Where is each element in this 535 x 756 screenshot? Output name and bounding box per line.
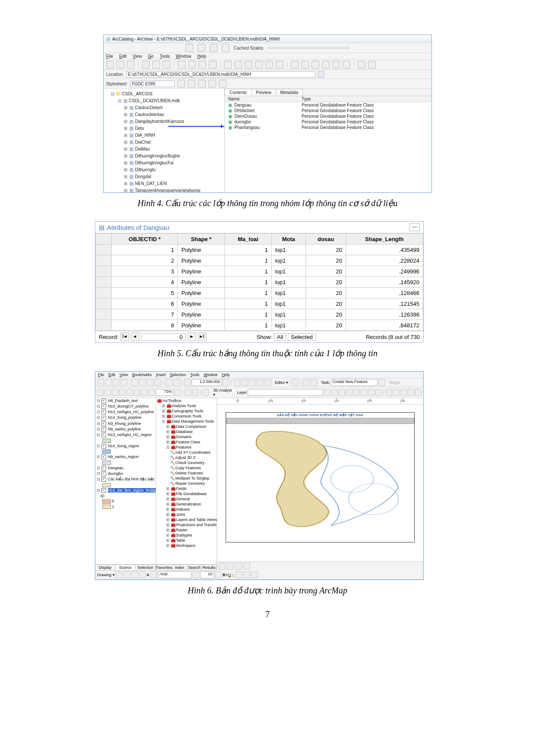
- first-record-icon[interactable]: I◂: [120, 333, 129, 341]
- zoom-out-icon[interactable]: [301, 61, 309, 69]
- tree-node[interactable]: ⊟📁 CSDL_ARCGIS: [105, 91, 223, 97]
- menu-item[interactable]: Edit: [119, 54, 126, 59]
- table-row[interactable]: 8Polyline1lop120,648172: [96, 320, 423, 331]
- toolbox-tab[interactable]: Results: [202, 565, 217, 571]
- menu-item[interactable]: Window: [204, 373, 217, 377]
- layer-item[interactable]: ⊟ ✓ N8_Diadanh_text: [95, 398, 156, 404]
- table-row[interactable]: 2Polyline1lop120,228024: [96, 255, 423, 266]
- toolbox-node[interactable]: 🔨 Multipart To Singlep: [156, 476, 217, 481]
- table-row[interactable]: 7Polyline1lop120,126396: [96, 309, 423, 320]
- editor-button[interactable]: Editor ▾: [275, 380, 288, 385]
- layer-item[interactable]: ⊟ ✓ duongbo: [95, 471, 156, 477]
- next-record-icon[interactable]: ▸: [188, 333, 196, 341]
- connect-folder-icon[interactable]: [116, 61, 124, 69]
- layer-dropdown[interactable]: [248, 389, 323, 396]
- list-item[interactable]: ▣duongboPersonal Geodatabase Feature Cla…: [225, 119, 431, 125]
- toolbox-node[interactable]: ⊞ 🧰 Generalization: [156, 502, 217, 507]
- prev-record-icon[interactable]: ◂: [131, 333, 139, 341]
- col-type[interactable]: Type: [302, 97, 428, 101]
- data-view-btn-icon[interactable]: [219, 563, 226, 570]
- toolbox-tab[interactable]: Search: [187, 565, 202, 571]
- tree-node[interactable]: ⊞▧ Dithuongtu: [105, 166, 223, 173]
- current-record-input[interactable]: 0: [141, 333, 186, 341]
- font-color-icon[interactable]: A: [232, 573, 235, 577]
- stylesheet-import-icon[interactable]: [208, 80, 216, 88]
- stylesheet-edit-icon[interactable]: [177, 80, 185, 88]
- 3d-d-icon[interactable]: [346, 389, 352, 396]
- menu-item[interactable]: View: [120, 373, 128, 377]
- list-icon[interactable]: [188, 61, 196, 69]
- catalog-tree[interactable]: ⊟📁 CSDL_ARCGIS⊟▥ CSDL_DC&DVLBIEN.mdb⊞▧ C…: [104, 89, 224, 192]
- layer-item[interactable]: ⊟ ✓ N13_ranhgioi_HC_polyline: [95, 409, 156, 415]
- line-color-icon[interactable]: [243, 571, 250, 578]
- new-icon[interactable]: [97, 379, 104, 386]
- layer-item[interactable]: ⊟ ✓ N10_duongGT_polyline: [95, 404, 156, 409]
- toolbox-node[interactable]: ⊞ 🧰 Raster: [156, 527, 217, 533]
- menu-item[interactable]: Edit: [109, 373, 116, 377]
- tree-node[interactable]: ⊞▧ DIA_HINH: [105, 132, 223, 139]
- col-name[interactable]: Name: [228, 97, 302, 101]
- save-icon[interactable]: [113, 379, 120, 386]
- cmd-icon[interactable]: [255, 61, 263, 69]
- menu-item[interactable]: Window: [176, 54, 192, 59]
- tree-node[interactable]: ⊞▧ DiaMao: [105, 146, 223, 153]
- layer-item[interactable]: ⊟ ✓ Các kiểu địa hình đặc biệt: [95, 477, 156, 482]
- layout-view-icon[interactable]: [192, 389, 198, 396]
- toolbox-node[interactable]: ⊞ 🧰 Layers and Table Views: [156, 517, 217, 522]
- whole-page-icon[interactable]: [119, 389, 126, 396]
- layer-checkbox[interactable]: ✓: [101, 455, 106, 459]
- menu-item[interactable]: Help: [197, 54, 206, 59]
- stylesheet-props-icon[interactable]: [219, 80, 227, 88]
- toolbox-node[interactable]: ⊞ 🧰 Feature Class: [156, 439, 217, 445]
- toolbox-tab[interactable]: Favorites: [156, 565, 173, 571]
- toolbox-node[interactable]: ⊞ 🧰 Cartography Tools: [156, 408, 217, 414]
- delete-icon[interactable]: [163, 61, 170, 69]
- menu-item[interactable]: View: [132, 54, 142, 59]
- full-extent-icon[interactable]: [322, 61, 330, 69]
- layer-item[interactable]: ⊟ ✓ N13_ranhgioi_HC_region: [95, 432, 156, 438]
- minimize-icon[interactable]: —: [409, 223, 420, 231]
- layer-checkbox[interactable]: ✓: [101, 410, 106, 414]
- toolbox-node[interactable]: ⊞ 🧰 Workspace: [156, 543, 217, 548]
- zoom-elem-icon[interactable]: [131, 571, 138, 578]
- paste-icon[interactable]: [152, 61, 160, 69]
- menu-item[interactable]: Help: [222, 373, 230, 377]
- play-icon[interactable]: [186, 44, 193, 52]
- task-dd-icon[interactable]: [378, 379, 385, 386]
- data-view-icon[interactable]: [185, 389, 191, 396]
- layer-checkbox[interactable]: ✓: [101, 444, 106, 449]
- map-frame[interactable]: BẢN ĐỒ NỀN HÀNH CHÍNH ĐƯỜNG BỜ BIỂN VIỆT…: [226, 412, 415, 543]
- refresh-icon[interactable]: [202, 389, 209, 396]
- large-icons-icon[interactable]: [178, 61, 186, 69]
- toolbox-node[interactable]: ⊞ 🧰 Projections and Transfc: [156, 522, 217, 527]
- toolbox-node[interactable]: ⊞ 🧰 Data Comparison: [156, 424, 217, 429]
- column-header[interactable]: dosau: [306, 234, 346, 245]
- toolbox-node[interactable]: ⊞ 🧰 Table: [156, 538, 217, 543]
- delete-icon[interactable]: [154, 379, 161, 386]
- model-icon[interactable]: [257, 379, 264, 386]
- pan-data-icon[interactable]: [400, 389, 407, 396]
- tree-node[interactable]: ⊞▧ DiaChat: [105, 139, 223, 146]
- details-icon[interactable]: [198, 61, 206, 69]
- editor-toolbar-icon[interactable]: [233, 379, 240, 386]
- toolbox-node[interactable]: ⊞ 🧰 Fields: [156, 486, 217, 491]
- cut-icon[interactable]: [131, 379, 138, 386]
- pan-page-icon[interactable]: [112, 389, 118, 396]
- fwd-icon[interactable]: [148, 389, 155, 396]
- location-input[interactable]: E:\d\THU\CSDL_ARCGIS\CSDL_DC&DVLBIEN.mdb…: [126, 71, 315, 78]
- tree-node[interactable]: ⊞▧ Dongdat: [105, 173, 223, 180]
- create-thumb-icon[interactable]: [368, 61, 376, 69]
- pan-icon[interactable]: [312, 61, 319, 69]
- table-row[interactable]: 3Polyline1lop120,249996: [96, 266, 423, 277]
- refresh-view-icon[interactable]: [235, 563, 242, 570]
- rotate-icon[interactable]: [123, 571, 130, 578]
- up-icon[interactable]: [106, 61, 114, 69]
- whatsthis-icon[interactable]: [264, 379, 271, 386]
- location-dropdown-icon[interactable]: [318, 71, 324, 78]
- tree-node[interactable]: ⊞▧ NEN_DAT_LIEN: [105, 180, 223, 187]
- 3d-h-icon[interactable]: [375, 389, 382, 396]
- tab-metadata[interactable]: Metadata: [276, 89, 303, 96]
- zoomin-data-icon[interactable]: [386, 389, 392, 396]
- tab-preview[interactable]: Preview: [251, 89, 276, 96]
- show-selected-button[interactable]: Selected: [288, 333, 316, 341]
